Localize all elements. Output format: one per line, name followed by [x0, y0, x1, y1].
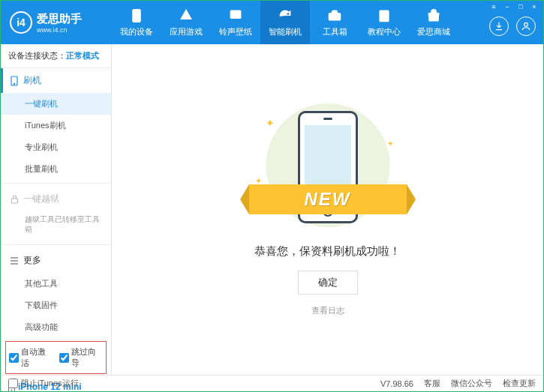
download-icon[interactable] — [489, 16, 509, 36]
skip-wizard-checkbox[interactable]: 跳过向导 — [59, 346, 104, 369]
group-flash-label: 刷机 — [23, 74, 41, 87]
nav-apps[interactable]: 应用游戏 — [161, 1, 211, 44]
service-link[interactable]: 客服 — [424, 378, 440, 389]
user-icon[interactable] — [516, 16, 536, 36]
auto-activate-checkbox[interactable]: 自动激活 — [9, 346, 53, 369]
phone-icon — [10, 76, 19, 85]
block-itunes-checkbox[interactable]: 阻止iTunes运行 — [8, 378, 79, 389]
lock-icon — [10, 195, 19, 204]
group-more-label: 更多 — [23, 254, 41, 267]
app-name: 爱思助手 — [37, 12, 82, 26]
update-link[interactable]: 检查更新 — [503, 378, 536, 389]
shop-icon — [426, 8, 441, 23]
sidebar-item[interactable]: 高级功能 — [1, 316, 111, 338]
main-content: ✦ ✦ ✦ NEW 恭喜您，保资料刷机成功啦！ 确定 查看日志 — [112, 44, 543, 375]
nav-refresh[interactable]: 智能刷机 — [260, 1, 310, 44]
app-header: ≡ − □ × i4 爱思助手 www.i4.cn 我的设备应用游戏铃声壁纸智能… — [1, 1, 543, 44]
svg-point-1 — [136, 19, 137, 21]
svg-point-6 — [524, 22, 528, 26]
sidebar-item[interactable]: iTunes刷机 — [1, 115, 111, 136]
nav-phone[interactable]: 我的设备 — [112, 1, 161, 44]
sidebar-item[interactable]: 一键刷机 — [1, 93, 111, 115]
conn-label: 设备连接状态： — [8, 51, 66, 60]
refresh-icon — [278, 8, 293, 23]
sidebar-item[interactable]: 批量刷机 — [1, 158, 111, 180]
sidebar-item[interactable]: 其他工具 — [1, 273, 111, 295]
nav-shop[interactable]: 爱思商城 — [409, 1, 458, 44]
logo-area: i4 爱思助手 www.i4.cn — [1, 11, 112, 34]
ok-button[interactable]: 确定 — [298, 271, 358, 295]
nav-book[interactable]: 教程中心 — [359, 1, 409, 44]
music-icon — [228, 8, 243, 23]
success-illustration: ✦ ✦ ✦ NEW — [249, 103, 407, 231]
svg-rect-9 — [11, 199, 17, 203]
options-box: 自动激活 跳过向导 — [5, 341, 107, 374]
new-banner: NEW — [249, 184, 407, 214]
sidebar-group-jailbreak: 一键越狱 — [1, 187, 111, 211]
svg-point-8 — [14, 83, 14, 84]
conn-mode: 正常模式 — [66, 51, 99, 60]
sidebar-group-more[interactable]: 更多 — [1, 248, 111, 273]
jailbreak-note: 越狱工具已转移至工具箱 — [1, 211, 111, 241]
group-jailbreak-label: 一键越狱 — [23, 193, 59, 205]
phone-icon — [129, 8, 144, 23]
toolbox-icon — [327, 8, 342, 23]
svg-rect-2 — [230, 10, 240, 18]
success-message: 恭喜您，保资料刷机成功啦！ — [254, 244, 401, 259]
wechat-link[interactable]: 微信公众号 — [451, 378, 492, 389]
nav-music[interactable]: 铃声壁纸 — [211, 1, 260, 44]
version-label: V7.98.66 — [380, 379, 413, 388]
svg-point-11 — [11, 389, 12, 390]
sidebar-item[interactable]: 专业刷机 — [1, 136, 111, 158]
sidebar: 设备连接状态：正常模式 刷机 一键刷机iTunes刷机专业刷机批量刷机 一键越狱… — [1, 44, 112, 375]
view-log-link[interactable]: 查看日志 — [311, 305, 344, 316]
sidebar-group-flash[interactable]: 刷机 — [1, 68, 111, 93]
connection-status: 设备连接状态：正常模式 — [1, 44, 111, 68]
book-icon — [377, 8, 392, 23]
logo-icon: i4 — [10, 11, 32, 34]
svg-point-5 — [383, 13, 386, 17]
app-url: www.i4.cn — [37, 26, 82, 34]
list-icon — [10, 256, 19, 265]
apps-icon — [179, 8, 194, 23]
header-right — [489, 1, 536, 44]
nav-toolbox[interactable]: 工具箱 — [310, 1, 359, 44]
sidebar-item[interactable]: 下载固件 — [1, 295, 111, 316]
main-nav: 我的设备应用游戏铃声壁纸智能刷机工具箱教程中心爱思商城 — [112, 1, 458, 44]
